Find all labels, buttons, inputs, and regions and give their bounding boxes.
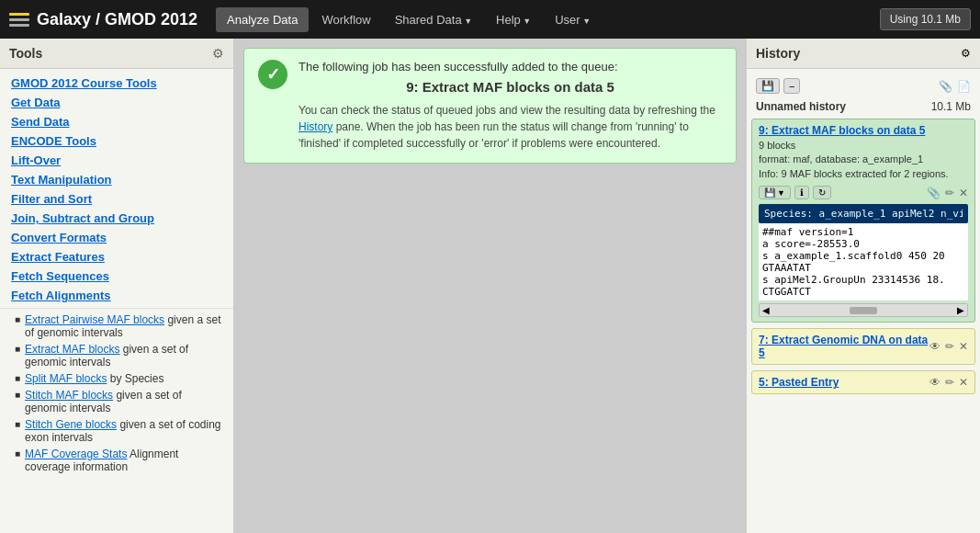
list-item: ■ Split MAF blocks by Species [0,370,233,387]
bullet-icon: ■ [15,390,20,400]
history-item-3: 5: Pasted Entry 👁 ✏ ✕ [751,370,975,394]
code-line-1: ##maf version=1 [762,226,964,238]
sidebar-subitem-rest-3: by Species [107,372,163,385]
sidebar-subitem-link-2[interactable]: Extract MAF blocks [25,343,119,356]
history-save-button[interactable]: 💾 [756,78,780,94]
history-item-2-edit-icon[interactable]: ✏ [945,340,954,353]
bullet-icon: ■ [15,419,20,429]
history-item-3-edit-icon[interactable]: ✏ [945,376,954,389]
history-item-3-title[interactable]: 5: Pasted Entry [759,376,839,389]
bullet-icon: ■ [15,314,20,324]
history-meta-row: 💾 − 📎 📄 [751,74,975,98]
sidebar-item-gmod[interactable]: GMOD 2012 Course Tools [0,74,233,93]
horizontal-scrollbar[interactable]: ◀ ▶ [759,303,968,317]
main-layout: Tools ⚙ GMOD 2012 Course Tools Get Data … [0,39,980,533]
success-detail-message: You can check the status of queued jobs … [299,102,722,152]
sidebar-title: Tools [9,46,42,61]
history-item-2-icons: 👁 ✏ ✕ [929,340,968,353]
sidebar: Tools ⚙ GMOD 2012 Course Tools Get Data … [0,39,234,533]
history-item-3-eye-icon[interactable]: 👁 [929,376,941,389]
code-line-6: CTGGATCT [762,286,964,298]
nav-shared-data[interactable]: Shared Data [384,7,483,32]
history-item-1-blocks: 9 blocks [759,139,968,153]
history-attach-icon[interactable]: 📎 [939,80,952,93]
history-item-1-close-icon[interactable]: ✕ [959,187,968,199]
history-item-3-icons: 👁 ✏ ✕ [929,376,968,389]
history-item-1-edit-icon[interactable]: ✏ [945,187,954,199]
success-checkmark-icon: ✓ [258,60,287,89]
sidebar-subitem-link-5[interactable]: Stitch Gene blocks [25,418,117,431]
bullet-icon: ■ [15,344,20,354]
scroll-thumb[interactable] [850,307,877,314]
history-item-1-refresh-btn[interactable]: ↻ [813,186,831,199]
history-gear-icon[interactable]: ⚙ [961,47,971,60]
history-item-1-info: Info: 9 MAF blocks extracted for 2 regio… [759,167,968,181]
sidebar-item-encode-tools[interactable]: ENCODE Tools [0,131,233,151]
history-item-1-info-btn[interactable]: ℹ [794,186,809,199]
history-item-3-close-icon[interactable]: ✕ [959,376,968,389]
species-data-box: Species: a_example_1 apiMel2 n_vitr [759,204,968,223]
list-item: ■ Stitch MAF blocks given a set of genom… [0,387,233,416]
code-line-5: s apiMel2.GroupUn 23314536 18. [762,274,964,286]
nav-analyze-data[interactable]: Analyze Data [216,7,309,32]
history-minus-button[interactable]: − [783,78,800,94]
logo-icon [9,12,29,27]
history-name: Unnamed history [756,100,846,113]
sidebar-subitem-link-4[interactable]: Stitch MAF blocks [25,389,113,402]
sidebar-item-fetch-sequences[interactable]: Fetch Sequences [0,266,233,286]
sidebar-item-join[interactable]: Join, Subtract and Group [0,209,233,228]
history-item-2-title[interactable]: 7: Extract Genomic DNA on data 5 [759,334,929,359]
history-item-1-format: format: maf, database: a_example_1 [759,153,968,166]
history-item-1-title[interactable]: 9: Extract MAF blocks on data 5 [759,124,968,137]
brand-name: Galaxy / GMOD 2012 [37,10,197,29]
success-notification: ✓ The following job has been successfull… [243,48,737,164]
history-item-1-save-btn[interactable]: 💾 ▼ [759,186,791,199]
history-page-icon[interactable]: 📄 [957,80,971,93]
code-line-3: s a_example_1.scaffold0 450 20 [762,250,964,262]
sidebar-item-convert-formats[interactable]: Convert Formats [0,228,233,247]
success-text-area: The following job has been successfully … [299,60,722,152]
history-title: History [756,46,800,61]
scroll-left-arrow[interactable]: ◀ [762,305,770,315]
main-content: ✓ The following job has been successfull… [234,39,746,533]
history-item-1-attach-icon[interactable]: 📎 [927,187,941,199]
sidebar-subitem-link-6[interactable]: MAF Coverage Stats [25,448,127,460]
history-item-1: 9: Extract MAF blocks on data 5 9 blocks… [751,119,975,323]
sidebar-item-get-data[interactable]: Get Data [0,93,233,112]
nav-help[interactable]: Help [485,7,542,32]
sidebar-subitem-link-1[interactable]: Extract Pairwise MAF blocks [25,313,164,326]
history-link[interactable]: History [299,120,332,133]
usage-badge: Using 10.1 Mb [880,8,971,30]
sidebar-item-text-manipulation[interactable]: Text Manipulation [0,170,233,189]
success-main-message: The following job has been successfully … [299,60,722,74]
sidebar-item-fetch-alignments[interactable]: Fetch Alignments [0,286,233,305]
nav-workflow[interactable]: Workflow [310,7,381,32]
sidebar-subitem-link-3[interactable]: Split MAF blocks [25,372,107,385]
sidebar-item-filter-sort[interactable]: Filter and Sort [0,189,233,209]
sidebar-item-lift-over[interactable]: Lift-Over [0,151,233,170]
history-header: History ⚙ [747,39,980,69]
history-item-1-icons: 📎 ✏ ✕ [927,187,968,199]
history-size: 10.1 Mb [931,100,971,113]
history-item-2: 7: Extract Genomic DNA on data 5 👁 ✏ ✕ [751,328,975,365]
bullet-icon: ■ [15,373,20,383]
sidebar-divider [0,308,233,309]
list-item: ■ Stitch Gene blocks given a set of codi… [0,416,233,446]
list-item: ■ Extract MAF blocks given a set of geno… [0,341,233,370]
sidebar-gear-icon[interactable]: ⚙ [212,46,224,61]
list-item: ■ MAF Coverage Stats Alignment coverage … [0,446,233,475]
nav-user[interactable]: User [544,7,602,32]
history-item-2-eye-icon[interactable]: 👁 [929,340,941,353]
code-lines: ##maf version=1 a score=-28553.0 s a_exa… [759,223,968,301]
history-controls: 💾 − [756,78,800,94]
scroll-right-arrow[interactable]: ▶ [957,305,964,315]
history-item-2-close-icon[interactable]: ✕ [959,340,968,353]
job-title: 9: Extract MAF blocks on data 5 [299,79,722,95]
brand: Galaxy / GMOD 2012 [9,10,197,29]
list-item: ■ Extract Pairwise MAF blocks given a se… [0,312,233,341]
history-item-1-actions: 💾 ▼ ℹ ↻ 📎 ✏ ✕ [759,186,968,199]
code-line-4: GTAAATAT [762,262,964,274]
sidebar-item-extract-features[interactable]: Extract Features [0,247,233,266]
sidebar-item-send-data[interactable]: Send Data [0,112,233,131]
history-content: 💾 − 📎 📄 Unnamed history 10.1 Mb 9: Extra… [747,69,980,533]
